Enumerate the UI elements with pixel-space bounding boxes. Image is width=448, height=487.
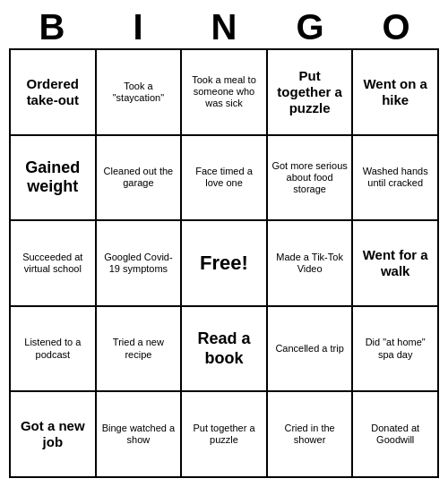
bingo-cell-r3-c4: Did "at home" spa day bbox=[353, 307, 439, 393]
bingo-cell-r4-c4: Donated at Goodwill bbox=[353, 392, 439, 478]
bingo-cell-r1-c4: Washed hands until cracked bbox=[353, 136, 439, 222]
bingo-cell-r3-c3: Cancelled a trip bbox=[268, 307, 354, 393]
bingo-cell-r3-c1: Tried a new recipe bbox=[97, 307, 183, 393]
bingo-cell-r1-c3: Got more serious about food storage bbox=[268, 136, 354, 222]
bingo-cell-r3-c0: Listened to a podcast bbox=[11, 307, 97, 393]
bingo-cell-r1-c0: Gained weight bbox=[11, 136, 97, 222]
bingo-letter-g: G bbox=[274, 9, 346, 45]
bingo-cell-r2-c1: Googled Covid-19 symptoms bbox=[97, 221, 183, 307]
bingo-cell-r1-c2: Face timed a love one bbox=[182, 136, 268, 222]
bingo-cell-r2-c2: Free! bbox=[182, 221, 268, 307]
bingo-cell-r3-c2: Read a book bbox=[182, 307, 268, 393]
bingo-grid: Ordered take-outTook a "staycation"Took … bbox=[9, 48, 439, 478]
bingo-cell-r4-c2: Put together a puzzle bbox=[182, 392, 268, 478]
bingo-cell-r2-c4: Went for a walk bbox=[353, 221, 439, 307]
bingo-letter-o: O bbox=[360, 9, 432, 45]
bingo-cell-r2-c0: Succeeded at virtual school bbox=[11, 221, 97, 307]
bingo-cell-r4-c1: Binge watched a show bbox=[97, 392, 183, 478]
bingo-cell-r1-c1: Cleaned out the garage bbox=[97, 136, 183, 222]
bingo-cell-r0-c0: Ordered take-out bbox=[11, 50, 97, 136]
bingo-cell-r4-c3: Cried in the shower bbox=[268, 392, 354, 478]
bingo-cell-r0-c3: Put together a puzzle bbox=[268, 50, 354, 136]
bingo-cell-r2-c3: Made a Tik-Tok Video bbox=[268, 221, 354, 307]
bingo-letter-b: B bbox=[16, 9, 88, 45]
bingo-cell-r0-c1: Took a "staycation" bbox=[97, 50, 183, 136]
bingo-letter-n: N bbox=[188, 9, 260, 45]
bingo-cell-r4-c0: Got a new job bbox=[11, 392, 97, 478]
bingo-header: BINGO bbox=[9, 9, 439, 45]
bingo-letter-i: I bbox=[102, 9, 174, 45]
bingo-cell-r0-c4: Went on a hike bbox=[353, 50, 439, 136]
bingo-cell-r0-c2: Took a meal to someone who was sick bbox=[182, 50, 268, 136]
